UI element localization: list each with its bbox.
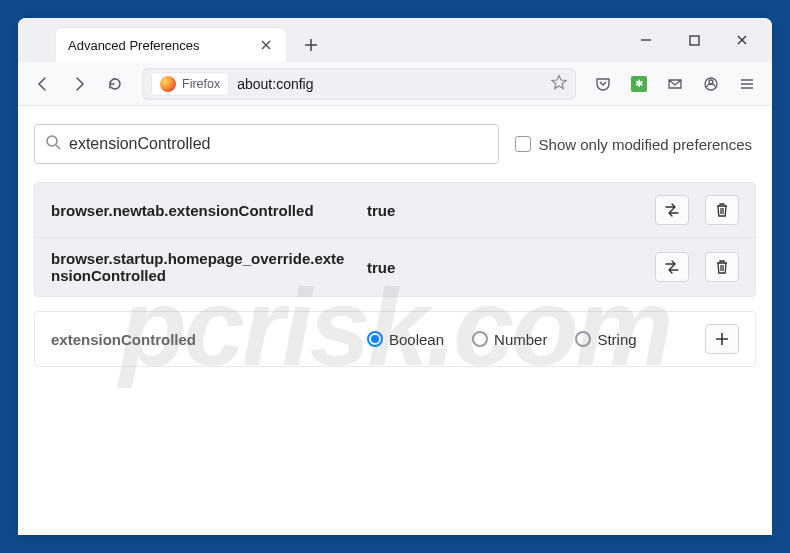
type-radio-group: Boolean Number String bbox=[367, 331, 689, 348]
close-icon[interactable] bbox=[258, 37, 274, 53]
extension-button[interactable]: ✱ bbox=[622, 67, 656, 101]
radio-icon bbox=[472, 331, 488, 347]
forward-button[interactable] bbox=[62, 67, 96, 101]
url-text: about:config bbox=[237, 76, 543, 92]
pref-name: browser.startup.homepage_override.extens… bbox=[51, 250, 351, 284]
pocket-button[interactable] bbox=[586, 67, 620, 101]
pref-name: browser.newtab.extensionControlled bbox=[51, 202, 351, 219]
radio-string[interactable]: String bbox=[575, 331, 636, 348]
delete-button[interactable] bbox=[705, 252, 739, 282]
bookmark-star-icon[interactable] bbox=[551, 74, 567, 94]
new-tab-button[interactable] bbox=[296, 30, 326, 60]
extension-icon: ✱ bbox=[631, 76, 647, 92]
tab-title: Advanced Preferences bbox=[68, 38, 258, 53]
radio-boolean[interactable]: Boolean bbox=[367, 331, 444, 348]
radio-label: Boolean bbox=[389, 331, 444, 348]
radio-label: String bbox=[597, 331, 636, 348]
inbox-button[interactable] bbox=[658, 67, 692, 101]
svg-rect-0 bbox=[690, 36, 699, 45]
checkbox-icon bbox=[515, 136, 531, 152]
pref-value: true bbox=[367, 259, 639, 276]
url-bar[interactable]: Firefox about:config bbox=[142, 68, 576, 100]
svg-point-3 bbox=[47, 136, 57, 146]
toolbar: Firefox about:config ✱ bbox=[18, 62, 772, 106]
pref-row[interactable]: browser.newtab.extensionControlled true bbox=[35, 183, 755, 238]
minimize-button[interactable] bbox=[624, 25, 668, 55]
prefs-table: browser.newtab.extensionControlled true … bbox=[34, 182, 756, 297]
pref-row[interactable]: browser.startup.homepage_override.extens… bbox=[35, 238, 755, 296]
browser-window: Advanced Preferences bbox=[18, 18, 772, 535]
close-window-button[interactable] bbox=[720, 25, 764, 55]
maximize-button[interactable] bbox=[672, 25, 716, 55]
toggle-button[interactable] bbox=[655, 195, 689, 225]
radio-icon bbox=[575, 331, 591, 347]
show-only-modified-checkbox[interactable]: Show only modified preferences bbox=[515, 136, 752, 153]
firefox-logo-icon bbox=[160, 76, 176, 92]
reload-button[interactable] bbox=[98, 67, 132, 101]
search-row: Show only modified preferences bbox=[34, 124, 756, 164]
add-pref-button[interactable] bbox=[705, 324, 739, 354]
delete-button[interactable] bbox=[705, 195, 739, 225]
radio-label: Number bbox=[494, 331, 547, 348]
tab-active[interactable]: Advanced Preferences bbox=[56, 28, 286, 62]
search-icon bbox=[45, 134, 61, 154]
tab-bar: Advanced Preferences bbox=[18, 18, 772, 62]
identity-label: Firefox bbox=[182, 77, 220, 91]
pref-search-box[interactable] bbox=[34, 124, 499, 164]
account-button[interactable] bbox=[694, 67, 728, 101]
new-pref-row: extensionControlled Boolean Number Strin… bbox=[34, 311, 756, 367]
radio-number[interactable]: Number bbox=[472, 331, 547, 348]
window-controls bbox=[624, 18, 764, 62]
menu-button[interactable] bbox=[730, 67, 764, 101]
new-pref-name: extensionControlled bbox=[51, 331, 351, 348]
radio-icon bbox=[367, 331, 383, 347]
pref-value: true bbox=[367, 202, 639, 219]
toggle-button[interactable] bbox=[655, 252, 689, 282]
show-only-label: Show only modified preferences bbox=[539, 136, 752, 153]
pref-search-input[interactable] bbox=[69, 135, 488, 153]
svg-point-2 bbox=[709, 80, 713, 84]
identity-box[interactable]: Firefox bbox=[151, 72, 229, 96]
about-config-content: Show only modified preferences browser.n… bbox=[18, 106, 772, 535]
back-button[interactable] bbox=[26, 67, 60, 101]
